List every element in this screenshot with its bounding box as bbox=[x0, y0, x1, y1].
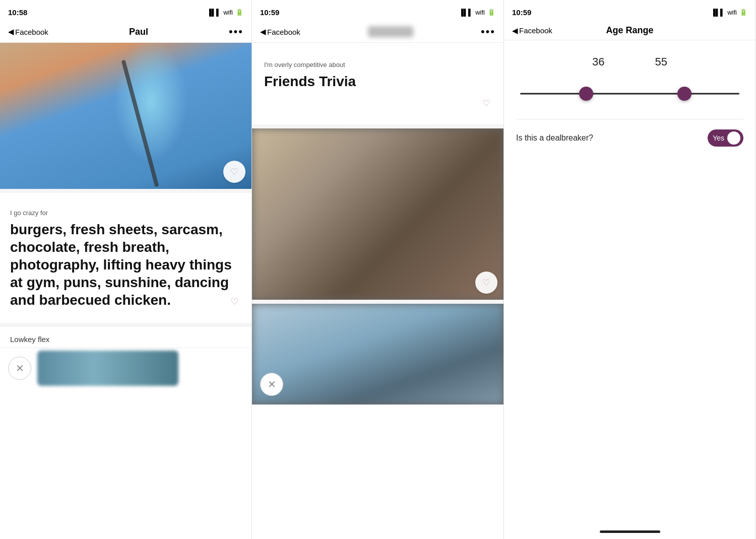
trivia-label: I'm overly competitive about bbox=[264, 61, 491, 69]
photo-card-1: ♡ bbox=[252, 128, 503, 300]
panel-paul-profile: 10:58 ▐▌▌ wifi 🔋 ◀ Facebook Paul ••• ♡ I… bbox=[0, 0, 252, 539]
age-range-title: Age Range bbox=[558, 25, 701, 36]
nav-bar-2: ◀ Facebook ••• bbox=[252, 22, 503, 43]
blurred-photo-1 bbox=[252, 128, 503, 300]
like-card-button-1[interactable]: ♡ bbox=[224, 292, 244, 312]
bottom-action-bar-2: ✕ bbox=[252, 364, 503, 405]
divider-4 bbox=[252, 300, 503, 304]
back-arrow-1: ◀ bbox=[8, 27, 14, 36]
age-max-value: 55 bbox=[655, 55, 667, 69]
more-button-2[interactable]: ••• bbox=[481, 25, 495, 38]
wifi-icon-1: wifi bbox=[223, 9, 233, 16]
back-arrow-3: ◀ bbox=[512, 26, 518, 35]
status-bar-3: 10:59 ▐▌▌ wifi 🔋 bbox=[504, 0, 755, 22]
toggle-yes-label: Yes bbox=[713, 134, 724, 142]
signal-icon-3: ▐▌▌ bbox=[711, 9, 725, 16]
nav-bar-3: ◀ Facebook Age Range bbox=[504, 22, 755, 40]
profile-photo-img bbox=[0, 43, 251, 189]
divider-2 bbox=[0, 323, 251, 327]
back-label-2: Facebook bbox=[267, 28, 300, 36]
status-bar-1: 10:58 ▐▌▌ wifi 🔋 bbox=[0, 0, 251, 22]
card-label-1: I go crazy for bbox=[10, 209, 241, 217]
age-values-row: 36 55 bbox=[516, 55, 743, 69]
divider-3 bbox=[252, 124, 503, 128]
time-3: 10:59 bbox=[512, 8, 531, 17]
battery-icon-2: 🔋 bbox=[487, 9, 495, 16]
dislike-button-1[interactable]: ✕ bbox=[8, 357, 31, 380]
like-photo-button-1[interactable]: ♡ bbox=[223, 161, 245, 183]
divider-1 bbox=[0, 189, 251, 193]
back-arrow-2: ◀ bbox=[260, 27, 266, 36]
photo-card-2-partial: ✕ bbox=[252, 304, 503, 405]
lowkey-flex-label: Lowkey flex bbox=[10, 335, 241, 344]
signal-icon-2: ▐▌▌ bbox=[459, 9, 473, 16]
status-icons-1: ▐▌▌ wifi 🔋 bbox=[207, 9, 243, 16]
scroll-content-1: ♡ I go crazy for burgers, fresh sheets, … bbox=[0, 43, 251, 539]
nav-bar-1: ◀ Facebook Paul ••• bbox=[0, 22, 251, 43]
back-button-2[interactable]: ◀ Facebook bbox=[260, 27, 300, 36]
age-min-value: 36 bbox=[592, 55, 604, 69]
lowkey-flex-card: Lowkey flex bbox=[0, 327, 251, 344]
trivia-title: Friends Trivia bbox=[264, 73, 491, 90]
bottom-action-bar-1: ✕ bbox=[0, 348, 251, 388]
like-photo-button-2[interactable]: ♡ bbox=[475, 272, 497, 294]
home-bar bbox=[600, 530, 660, 533]
thumbnail-photo-1 bbox=[37, 351, 178, 386]
panel-age-range: 10:59 ▐▌▌ wifi 🔋 ◀ Facebook Age Range 36… bbox=[504, 0, 756, 539]
dealbreaker-row: Is this a dealbreaker? Yes bbox=[516, 119, 743, 157]
back-label-3: Facebook bbox=[519, 26, 552, 35]
age-range-slider[interactable] bbox=[520, 84, 739, 104]
status-icons-3: ▐▌▌ wifi 🔋 bbox=[711, 9, 747, 16]
dislike-button-2[interactable]: ✕ bbox=[260, 373, 283, 396]
battery-icon-1: 🔋 bbox=[235, 9, 243, 16]
back-button-1[interactable]: ◀ Facebook bbox=[8, 27, 48, 36]
card-crazy-for: I go crazy for burgers, fresh sheets, sa… bbox=[0, 197, 251, 319]
back-button-3[interactable]: ◀ Facebook bbox=[512, 26, 552, 35]
slider-thumb-min[interactable] bbox=[579, 87, 593, 101]
more-button-1[interactable]: ••• bbox=[229, 25, 243, 38]
home-indicator-3 bbox=[504, 524, 755, 539]
status-bar-2: 10:59 ▐▌▌ wifi 🔋 bbox=[252, 0, 503, 22]
slider-track bbox=[520, 93, 739, 95]
spacer-3 bbox=[504, 172, 755, 524]
back-label-1: Facebook bbox=[15, 28, 48, 36]
age-range-content: 36 55 Is this a dealbreaker? Yes bbox=[504, 40, 755, 172]
status-icons-2: ▐▌▌ wifi 🔋 bbox=[459, 9, 495, 16]
battery-icon-3: 🔋 bbox=[739, 9, 747, 16]
signal-icon-1: ▐▌▌ bbox=[207, 9, 221, 16]
slider-thumb-max[interactable] bbox=[677, 87, 691, 101]
trivia-card: I'm overly competitive about Friends Tri… bbox=[252, 47, 503, 120]
wifi-icon-3: wifi bbox=[727, 9, 737, 16]
dealbreaker-label: Is this a dealbreaker? bbox=[516, 133, 593, 143]
time-2: 10:59 bbox=[260, 8, 279, 17]
time-1: 10:58 bbox=[8, 8, 27, 17]
profile-photo: ♡ bbox=[0, 43, 251, 189]
profile-name-blurred bbox=[368, 26, 413, 37]
profile-name: Paul bbox=[129, 27, 148, 37]
toggle-circle bbox=[727, 131, 740, 145]
card-text-1: burgers, fresh sheets, sarcasm, chocolat… bbox=[10, 221, 241, 309]
wifi-icon-2: wifi bbox=[475, 9, 485, 16]
like-trivia-button[interactable]: ♡ bbox=[476, 93, 496, 113]
panel-profile-2: 10:59 ▐▌▌ wifi 🔋 ◀ Facebook ••• I'm over… bbox=[252, 0, 504, 539]
dealbreaker-toggle[interactable]: Yes bbox=[708, 129, 743, 147]
